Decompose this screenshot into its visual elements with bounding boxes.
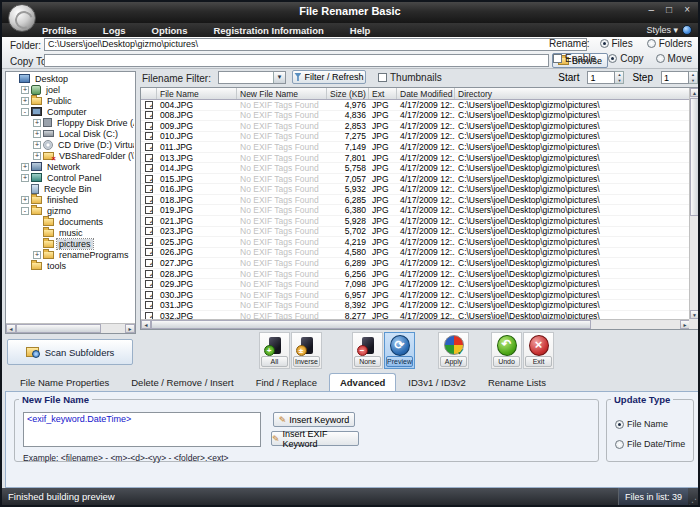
tree-item-label[interactable]: Control Panel xyxy=(45,173,104,183)
tree-item-label[interactable]: renamePrograms xyxy=(57,250,131,260)
scroll-thumb[interactable] xyxy=(690,98,699,216)
table-row[interactable]: ✓ 028.JPG No EXIF Tags Found 6,256 JPG 4… xyxy=(141,269,689,280)
menu-item[interactable]: Logs xyxy=(103,25,126,36)
row-checkbox[interactable]: ✓ xyxy=(145,111,153,119)
tree-expander[interactable]: + xyxy=(33,130,41,138)
column-header-datemodified[interactable]: Date Modified xyxy=(397,88,455,99)
tree-expander[interactable]: + xyxy=(33,141,41,149)
row-checkbox[interactable]: ✓ xyxy=(145,227,153,235)
row-checkbox[interactable]: ✓ xyxy=(145,101,153,109)
row-checkbox[interactable]: ✓ xyxy=(145,132,153,140)
tree-expander[interactable]: + xyxy=(21,97,29,105)
tab[interactable]: Advanced xyxy=(329,373,396,391)
rename-option[interactable]: Files xyxy=(600,38,633,49)
tree-item-label[interactable]: CD Drive (D:) VirtualBox Guest xyxy=(56,140,134,150)
tree-item[interactable]: pictures xyxy=(7,238,134,249)
tree-item-label[interactable]: finished xyxy=(45,195,80,205)
copyto-input[interactable] xyxy=(44,54,549,67)
menu-item[interactable]: Options xyxy=(152,25,188,36)
row-checkbox[interactable]: ✓ xyxy=(145,164,153,172)
resize-grip[interactable] xyxy=(688,488,698,505)
action-button[interactable]: None xyxy=(352,332,383,369)
update-type-option[interactable]: File Date/Time xyxy=(615,439,685,449)
row-checkbox[interactable]: ✓ xyxy=(145,175,153,183)
start-input[interactable]: 1 xyxy=(587,71,615,84)
tree-item-label[interactable]: Recycle Bin xyxy=(42,184,94,194)
table-row[interactable]: ✓ 014.JPG No EXIF Tags Found 5,758 JPG 4… xyxy=(141,163,689,174)
row-checkbox[interactable]: ✓ xyxy=(145,217,153,225)
radio-icon[interactable] xyxy=(608,54,617,63)
table-row[interactable]: ✓ 032.JPG No EXIF Tags Found 8,277 JPG 4… xyxy=(141,311,689,319)
radio-icon[interactable] xyxy=(615,420,624,429)
row-checkbox[interactable]: ✓ xyxy=(145,154,153,162)
table-row[interactable]: ✓ 015.JPG No EXIF Tags Found 7,057 JPG 4… xyxy=(141,174,689,185)
insert-keyword-button[interactable]: ✎ Insert Keyword xyxy=(273,412,355,427)
spinner-arrows-icon[interactable]: ▲▼ xyxy=(689,71,698,84)
new-file-name-input[interactable]: <exif_keyword.DateTime> xyxy=(23,412,261,447)
scroll-up-arrow-icon[interactable]: ▲ xyxy=(690,88,699,97)
scroll-down-arrow-icon[interactable]: ▼ xyxy=(690,310,699,319)
insert-exif-keyword-button[interactable]: ✎ Insert EXIF Keyword xyxy=(271,431,359,446)
column-header-newfilename[interactable]: New File Name xyxy=(237,88,327,99)
action-button[interactable]: Apply xyxy=(438,332,469,369)
table-row[interactable]: ✓ 019.JPG No EXIF Tags Found 6,380 JPG 4… xyxy=(141,205,689,216)
minimize-button[interactable]: – xyxy=(649,4,655,15)
tree-item-label[interactable]: VBSharedFolder (\\vboxsvr) (2 xyxy=(57,151,134,161)
row-checkbox[interactable]: ✓ xyxy=(145,196,153,204)
tree-expander[interactable]: + xyxy=(21,196,29,204)
step-stepper[interactable]: 1 ▲▼ xyxy=(661,71,698,84)
mode-option[interactable]: Move xyxy=(656,53,692,64)
row-checkbox[interactable]: ✓ xyxy=(145,185,153,193)
action-button[interactable]: Undo xyxy=(491,332,522,369)
folder-input[interactable]: C:\Users\joel\Desktop\gizmo\pictures\ xyxy=(44,38,587,51)
table-row[interactable]: ✓ 008.JPG No EXIF Tags Found 4,836 JPG 4… xyxy=(141,111,689,122)
row-checkbox[interactable]: ✓ xyxy=(145,312,153,319)
radio-icon[interactable] xyxy=(647,39,656,48)
row-checkbox[interactable]: ✓ xyxy=(145,259,153,267)
tree-item-label[interactable]: tools xyxy=(45,261,68,271)
table-vertical-scrollbar[interactable]: ▲ ▼ xyxy=(689,88,699,319)
table-row[interactable]: ✓ 016.JPG No EXIF Tags Found 5,932 JPG 4… xyxy=(141,184,689,195)
table-row[interactable]: ✓ 013.JPG No EXIF Tags Found 7,801 JPG 4… xyxy=(141,153,689,164)
column-header-check[interactable] xyxy=(141,88,157,99)
menu-item[interactable]: Registration Information xyxy=(213,25,323,36)
tree-item[interactable]: + Network xyxy=(7,161,134,172)
tree-item-label[interactable]: gizmo xyxy=(45,206,73,216)
column-header-directory[interactable]: Directory xyxy=(455,88,699,99)
table-row[interactable]: ✓ 018.JPG No EXIF Tags Found 6,285 JPG 4… xyxy=(141,195,689,206)
radio-icon[interactable] xyxy=(656,54,665,63)
tree-item-label[interactable]: Floppy Disk Drive (A:) xyxy=(55,118,134,128)
tree-item[interactable]: + Control Panel xyxy=(7,172,134,183)
tree-item-label[interactable]: Network xyxy=(45,162,82,172)
tree-expander[interactable]: + xyxy=(21,174,29,182)
tab[interactable]: Rename Lists xyxy=(478,374,556,391)
table-row[interactable]: ✓ 026.JPG No EXIF Tags Found 4,580 JPG 4… xyxy=(141,248,689,259)
tree-item[interactable]: - Computer xyxy=(7,106,134,117)
row-checkbox[interactable]: ✓ xyxy=(145,206,153,214)
tree-item[interactable]: Desktop xyxy=(7,73,134,84)
tree-item[interactable]: + renamePrograms xyxy=(7,249,134,260)
action-button[interactable]: All xyxy=(259,332,290,369)
styles-menu[interactable]: Styles ▾ xyxy=(646,25,678,35)
tree-item[interactable]: - gizmo xyxy=(7,205,134,216)
table-row[interactable]: ✓ 027.JPG No EXIF Tags Found 6,289 JPG 4… xyxy=(141,258,689,269)
enable-option[interactable]: Enable xyxy=(553,53,596,64)
spinner-arrows-icon[interactable]: ▲▼ xyxy=(615,71,624,84)
help-globe-icon[interactable] xyxy=(682,25,692,35)
table-row[interactable]: ✓ 009.JPG No EXIF Tags Found 2,853 JPG 4… xyxy=(141,121,689,132)
tree-item-label[interactable]: Public xyxy=(45,96,74,106)
row-checkbox[interactable]: ✓ xyxy=(145,270,153,278)
tree-item[interactable]: + joel xyxy=(7,84,134,95)
tree-item[interactable]: + VBSharedFolder (\\vboxsvr) (2 xyxy=(7,150,134,161)
tree-item[interactable]: documents xyxy=(7,216,134,227)
mode-option[interactable]: Copy xyxy=(608,53,643,64)
radio-icon[interactable] xyxy=(615,440,624,449)
row-checkbox[interactable]: ✓ xyxy=(145,291,153,299)
thumbnails-option[interactable]: Thumbnails xyxy=(378,72,442,83)
table-row[interactable]: ✓ 011.JPG No EXIF Tags Found 7,149 JPG 4… xyxy=(141,142,689,153)
action-button[interactable]: Preview xyxy=(384,332,415,369)
tree-item[interactable]: + finished xyxy=(7,194,134,205)
tree-expander[interactable]: + xyxy=(21,86,29,94)
row-checkbox[interactable]: ✓ xyxy=(145,248,153,256)
tree-item[interactable]: Recycle Bin xyxy=(7,183,134,194)
